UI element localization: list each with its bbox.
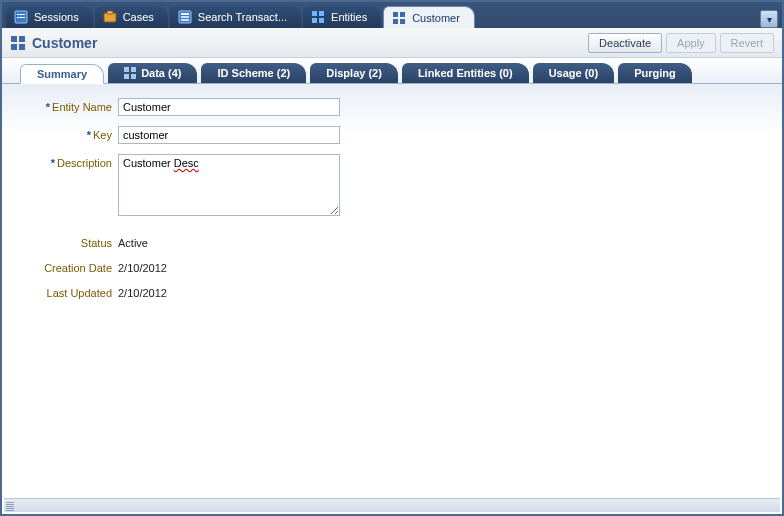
sub-tabs: Summary Data (4) ID Scheme (2) Display (…	[2, 58, 782, 84]
tab-search-transactions[interactable]: Search Transact...	[170, 6, 301, 28]
key-label: *Key	[10, 126, 118, 141]
entity-name-input[interactable]	[118, 98, 340, 116]
svg-rect-23	[124, 74, 129, 79]
subtab-label: ID Scheme (2)	[217, 67, 290, 79]
apply-button[interactable]: Apply	[666, 33, 716, 53]
svg-rect-11	[312, 18, 317, 23]
description-textarea[interactable]: Customer Desc	[118, 154, 340, 216]
entities-icon	[311, 10, 325, 24]
dropdown-icon: ▾	[767, 14, 772, 25]
row-creation-date: Creation Date 2/10/2012	[10, 259, 774, 274]
row-entity-name: *Entity Name	[10, 98, 774, 116]
page-title-icon	[10, 35, 26, 51]
svg-rect-12	[319, 18, 324, 23]
page-actions: Deactivate Apply Revert	[588, 33, 774, 53]
subtab-purging[interactable]: Purging	[618, 63, 692, 83]
deactivate-button[interactable]: Deactivate	[588, 33, 662, 53]
subtab-data[interactable]: Data (4)	[108, 63, 197, 83]
subtab-label: Data (4)	[141, 67, 181, 79]
subtab-label: Purging	[634, 67, 676, 79]
tab-label: Customer	[412, 12, 460, 24]
last-updated-label: Last Updated	[10, 284, 118, 299]
search-transactions-icon	[178, 10, 192, 24]
svg-rect-16	[400, 19, 405, 24]
tab-label: Cases	[123, 11, 154, 23]
svg-rect-15	[393, 19, 398, 24]
subtab-label: Summary	[37, 68, 87, 80]
svg-rect-2	[17, 17, 25, 18]
svg-rect-24	[131, 74, 136, 79]
page-title: Customer	[32, 35, 97, 51]
svg-rect-21	[124, 67, 129, 72]
svg-rect-9	[312, 11, 317, 16]
tab-label: Entities	[331, 11, 367, 23]
subtab-summary[interactable]: Summary	[20, 64, 104, 84]
status-bar	[4, 498, 780, 512]
data-icon	[124, 67, 136, 79]
required-mark: *	[87, 129, 91, 141]
status-value: Active	[118, 234, 148, 249]
last-updated-value: 2/10/2012	[118, 284, 167, 299]
entity-name-label: *Entity Name	[10, 98, 118, 113]
tab-label: Sessions	[34, 11, 79, 23]
svg-rect-10	[319, 11, 324, 16]
subtab-label: Display (2)	[326, 67, 382, 79]
sessions-icon	[14, 10, 28, 24]
row-status: Status Active	[10, 234, 774, 249]
cases-icon	[103, 10, 117, 24]
description-label: *Description	[10, 154, 118, 169]
row-last-updated: Last Updated 2/10/2012	[10, 284, 774, 299]
svg-rect-22	[131, 67, 136, 72]
window-menu-button[interactable]: ▾	[760, 10, 778, 28]
svg-rect-8	[181, 19, 189, 21]
subtab-label: Usage (0)	[549, 67, 599, 79]
svg-rect-4	[107, 11, 113, 14]
resize-grip-icon	[6, 501, 14, 511]
top-nav: Sessions Cases Search Transact... Entiti…	[2, 2, 782, 28]
subtab-label: Linked Entities (0)	[418, 67, 513, 79]
tab-entities[interactable]: Entities	[303, 6, 381, 28]
app-frame: Sessions Cases Search Transact... Entiti…	[0, 0, 784, 516]
subtab-usage[interactable]: Usage (0)	[533, 63, 615, 83]
svg-rect-20	[19, 44, 25, 50]
svg-rect-13	[393, 12, 398, 17]
page-header: Customer Deactivate Apply Revert	[2, 28, 782, 58]
revert-button[interactable]: Revert	[720, 33, 774, 53]
svg-rect-14	[400, 12, 405, 17]
svg-rect-6	[181, 13, 189, 15]
required-mark: *	[51, 157, 55, 169]
key-input[interactable]	[118, 126, 340, 144]
creation-date-value: 2/10/2012	[118, 259, 167, 274]
svg-rect-7	[181, 16, 189, 18]
status-label: Status	[10, 234, 118, 249]
creation-date-label: Creation Date	[10, 259, 118, 274]
subtab-linked-entities[interactable]: Linked Entities (0)	[402, 63, 529, 83]
tab-label: Search Transact...	[198, 11, 287, 23]
subtab-display[interactable]: Display (2)	[310, 63, 398, 83]
subtab-id-scheme[interactable]: ID Scheme (2)	[201, 63, 306, 83]
customer-icon	[392, 11, 406, 25]
row-description: *Description Customer Desc	[10, 154, 774, 216]
svg-rect-17	[11, 36, 17, 42]
svg-rect-18	[19, 36, 25, 42]
tab-sessions[interactable]: Sessions	[6, 6, 93, 28]
tab-cases[interactable]: Cases	[95, 6, 168, 28]
summary-panel: *Entity Name *Key *Description Customer …	[2, 84, 782, 498]
tab-customer[interactable]: Customer	[383, 6, 475, 28]
svg-rect-1	[17, 14, 25, 15]
row-key: *Key	[10, 126, 774, 144]
required-mark: *	[46, 101, 50, 113]
svg-rect-19	[11, 44, 17, 50]
